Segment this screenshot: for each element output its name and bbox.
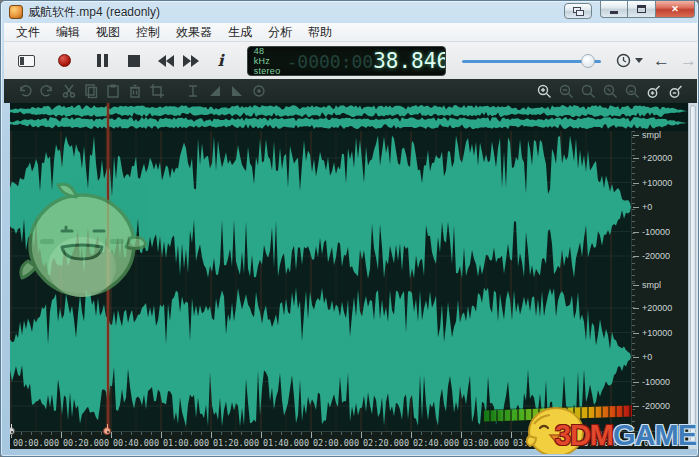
close-button[interactable]: ✕ xyxy=(655,1,695,18)
trim-icon xyxy=(149,83,165,99)
minimize-button[interactable] xyxy=(600,1,628,18)
zoom-selection-button[interactable] xyxy=(577,82,599,100)
playhead-cursor[interactable] xyxy=(107,103,109,432)
timeline-ruler[interactable]: 00:00.00000:20.00000:40.00001:00.00001:2… xyxy=(10,431,688,449)
menu-effects[interactable]: 效果器 xyxy=(168,23,220,42)
amplitude-label: +0 xyxy=(642,352,652,362)
timeline-label: 01:00.000 xyxy=(163,438,209,448)
timeline-major-tick xyxy=(411,432,412,438)
pause-button[interactable] xyxy=(90,48,114,74)
menu-help[interactable]: 帮助 xyxy=(300,23,340,42)
time-display[interactable]: 48 kHz stereo -0000:0038.846 + − xyxy=(247,46,446,76)
time-unlit-digits: -0000:00 xyxy=(286,51,373,72)
timeline-minor-tick xyxy=(31,432,32,435)
channel-mode-label: stereo xyxy=(254,66,281,76)
menu-file[interactable]: 文件 xyxy=(8,23,48,42)
amplitude-button[interactable] xyxy=(182,82,204,100)
menu-view[interactable]: 视图 xyxy=(88,23,128,42)
vertical-scrollbar[interactable] xyxy=(688,103,697,449)
cut-button[interactable] xyxy=(58,82,80,100)
nav-forward-button[interactable]: → xyxy=(680,52,697,69)
zoom-reset-icon xyxy=(624,83,641,100)
redo-icon xyxy=(39,83,55,99)
waveform-channel-left[interactable] xyxy=(10,131,631,283)
timeline-minor-tick xyxy=(201,432,202,435)
zoom-out-button[interactable] xyxy=(555,82,577,100)
timeline-minor-tick xyxy=(591,432,592,435)
zoom-reset-button[interactable] xyxy=(621,82,643,100)
amplitude-label: -10000 xyxy=(642,227,670,237)
app-icon xyxy=(9,5,23,19)
zoom-full-icon xyxy=(602,83,619,100)
amplitude-label: +10000 xyxy=(642,328,672,338)
amplitude-ruler-left[interactable]: smpl+20000+10000+0-10000-20000 xyxy=(631,131,688,283)
nav-back-button[interactable]: ← xyxy=(653,52,670,69)
timeline-minor-tick xyxy=(71,432,72,435)
edit-toolbar xyxy=(4,79,697,103)
zoom-in-button[interactable] xyxy=(533,82,555,100)
maximize-icon xyxy=(637,5,646,13)
waveform-area[interactable]: smpl+20000+10000+0-10000-20000 smpl+2000… xyxy=(10,103,688,449)
cut-icon xyxy=(61,83,77,99)
normalize-button[interactable] xyxy=(248,82,270,100)
menu-analyze[interactable]: 分析 xyxy=(260,23,300,42)
timeline-label: 00:20.000 xyxy=(63,438,109,448)
volume-thumb[interactable] xyxy=(581,54,595,68)
menu-bar: 文件 编辑 视图 控制 效果器 生成 分析 帮助 xyxy=(4,23,697,42)
timeline-major-tick xyxy=(561,432,562,438)
copy-button[interactable] xyxy=(80,82,102,100)
timeline-label: 03:00.000 xyxy=(463,438,509,448)
monitor-button[interactable] xyxy=(14,48,38,74)
fade-out-button[interactable] xyxy=(226,82,248,100)
menu-generate[interactable]: 生成 xyxy=(220,23,260,42)
vertical-zoom-in-icon xyxy=(646,83,663,100)
redo-button[interactable] xyxy=(36,82,58,100)
zoom-full-button[interactable] xyxy=(599,82,621,100)
timeline-minor-tick xyxy=(131,432,132,435)
vertical-zoom-out-icon xyxy=(668,83,685,100)
vertical-scrollbar-thumb[interactable] xyxy=(690,105,696,445)
volume-slider[interactable] xyxy=(462,54,601,68)
timeline-minor-tick xyxy=(441,432,442,435)
vertical-zoom-in-button[interactable] xyxy=(643,82,665,100)
timeline-minor-tick xyxy=(171,432,172,435)
fade-in-button[interactable] xyxy=(204,82,226,100)
title-bar[interactable]: 威航软件.mp4 (readonly) ✕ xyxy=(1,1,698,23)
paste-button[interactable] xyxy=(102,82,124,100)
stop-button[interactable] xyxy=(122,48,146,74)
history-button[interactable] xyxy=(615,52,643,69)
timeline-major-tick xyxy=(511,432,512,438)
playhead-marker-pin[interactable] xyxy=(103,427,111,435)
rewind-button[interactable] xyxy=(154,48,178,74)
info-button[interactable]: i xyxy=(209,48,233,74)
transport-toolbar: i 48 kHz stereo -0000:0038.846 + − xyxy=(4,42,697,79)
menu-edit[interactable]: 编辑 xyxy=(48,23,88,42)
amplitude-icon xyxy=(185,83,201,99)
sample-rate-label: 48 kHz xyxy=(254,46,281,66)
timeline-label: 01:40.000 xyxy=(263,438,309,448)
delete-button[interactable] xyxy=(124,82,146,100)
window-layout-button[interactable] xyxy=(564,3,592,19)
amplitude-label: +10000 xyxy=(642,178,672,188)
app-window: 威航软件.mp4 (readonly) ✕ 文件 编辑 视图 控制 效果器 生成… xyxy=(0,0,699,457)
amplitude-ruler-right[interactable]: smpl+20000+10000+0-10000-20000 xyxy=(631,283,688,431)
trim-button[interactable] xyxy=(146,82,168,100)
timeline-minor-tick xyxy=(581,432,582,435)
timeline-minor-tick xyxy=(91,432,92,435)
timeline-major-tick xyxy=(111,432,112,438)
fast-forward-button[interactable] xyxy=(178,48,202,74)
timeline-minor-tick xyxy=(221,432,222,435)
waveform-channel-right[interactable] xyxy=(10,283,631,431)
timeline-minor-tick xyxy=(471,432,472,435)
menu-control[interactable]: 控制 xyxy=(128,23,168,42)
amplitude-label: -10000 xyxy=(642,377,670,387)
record-button[interactable] xyxy=(52,48,76,74)
timeline-minor-tick xyxy=(291,432,292,435)
maximize-button[interactable] xyxy=(628,1,655,18)
undo-button[interactable] xyxy=(14,82,36,100)
vertical-zoom-out-button[interactable] xyxy=(665,82,687,100)
timeline-minor-tick xyxy=(521,432,522,435)
timeline-label: 02:20.000 xyxy=(363,438,409,448)
overview-waveform[interactable] xyxy=(10,103,688,131)
window-title: 威航软件.mp4 (readonly) xyxy=(28,4,160,21)
